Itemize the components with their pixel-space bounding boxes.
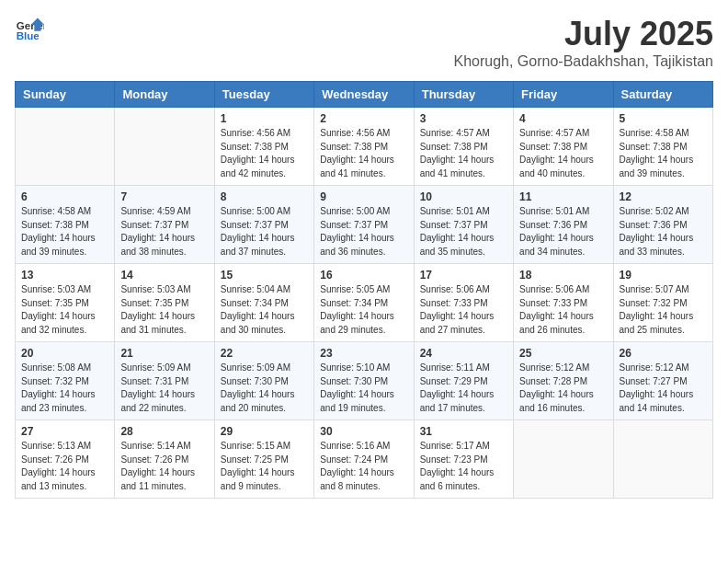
day-number: 3 [420, 112, 507, 125]
day-number: 5 [620, 112, 707, 125]
day-number: 11 [519, 190, 607, 203]
calendar-cell: 7Sunrise: 4:59 AM Sunset: 7:37 PM Daylig… [115, 186, 214, 264]
day-info: Sunrise: 5:05 AM Sunset: 7:34 PM Dayligh… [320, 283, 407, 337]
calendar-cell: 18Sunrise: 5:06 AM Sunset: 7:33 PM Dayli… [514, 264, 613, 342]
day-info: Sunrise: 5:12 AM Sunset: 7:28 PM Dayligh… [519, 362, 607, 415]
calendar-cell: 15Sunrise: 5:04 AM Sunset: 7:34 PM Dayli… [214, 264, 313, 342]
calendar-cell: 30Sunrise: 5:16 AM Sunset: 7:24 PM Dayli… [314, 420, 414, 499]
day-info: Sunrise: 5:15 AM Sunset: 7:25 PM Dayligh… [221, 440, 308, 493]
day-number: 24 [420, 347, 507, 360]
weekday-header-row: SundayMondayTuesdayWednesdayThursdayFrid… [16, 82, 713, 108]
day-info: Sunrise: 5:08 AM Sunset: 7:32 PM Dayligh… [21, 362, 108, 415]
day-info: Sunrise: 5:01 AM Sunset: 7:36 PM Dayligh… [519, 205, 607, 259]
day-info: Sunrise: 4:57 AM Sunset: 7:38 PM Dayligh… [519, 127, 607, 180]
calendar-cell: 5Sunrise: 4:58 AM Sunset: 7:38 PM Daylig… [613, 108, 712, 186]
day-info: Sunrise: 5:04 AM Sunset: 7:34 PM Dayligh… [221, 283, 308, 337]
day-info: Sunrise: 5:14 AM Sunset: 7:26 PM Dayligh… [120, 440, 208, 493]
calendar-cell [514, 420, 613, 499]
calendar-cell: 10Sunrise: 5:01 AM Sunset: 7:37 PM Dayli… [414, 186, 513, 264]
day-info: Sunrise: 4:58 AM Sunset: 7:38 PM Dayligh… [21, 205, 108, 259]
weekday-header-thursday: Thursday [414, 82, 513, 108]
calendar-cell: 20Sunrise: 5:08 AM Sunset: 7:32 PM Dayli… [16, 342, 115, 420]
day-info: Sunrise: 5:13 AM Sunset: 7:26 PM Dayligh… [21, 440, 108, 493]
day-info: Sunrise: 4:57 AM Sunset: 7:38 PM Dayligh… [420, 127, 507, 180]
calendar-cell: 22Sunrise: 5:09 AM Sunset: 7:30 PM Dayli… [214, 342, 313, 420]
day-number: 8 [221, 190, 308, 203]
calendar-cell: 11Sunrise: 5:01 AM Sunset: 7:36 PM Dayli… [514, 186, 613, 264]
day-info: Sunrise: 5:00 AM Sunset: 7:37 PM Dayligh… [221, 205, 308, 259]
day-info: Sunrise: 4:58 AM Sunset: 7:38 PM Dayligh… [620, 127, 707, 180]
calendar-cell [16, 108, 115, 186]
calendar-table: SundayMondayTuesdayWednesdayThursdayFrid… [15, 81, 713, 499]
day-info: Sunrise: 5:02 AM Sunset: 7:36 PM Dayligh… [620, 205, 707, 259]
day-number: 1 [221, 112, 308, 125]
calendar-week-row: 20Sunrise: 5:08 AM Sunset: 7:32 PM Dayli… [16, 342, 713, 420]
day-number: 31 [420, 425, 507, 438]
calendar-cell: 19Sunrise: 5:07 AM Sunset: 7:32 PM Dayli… [613, 264, 712, 342]
day-info: Sunrise: 5:10 AM Sunset: 7:30 PM Dayligh… [320, 362, 407, 415]
day-number: 10 [420, 190, 507, 203]
calendar-cell: 31Sunrise: 5:17 AM Sunset: 7:23 PM Dayli… [414, 420, 513, 499]
day-number: 2 [320, 112, 407, 125]
day-number: 7 [120, 190, 208, 203]
calendar-cell: 3Sunrise: 4:57 AM Sunset: 7:38 PM Daylig… [414, 108, 513, 186]
day-number: 25 [519, 347, 607, 360]
day-number: 18 [519, 269, 607, 282]
day-number: 28 [120, 425, 208, 438]
day-number: 27 [21, 425, 108, 438]
calendar-cell: 1Sunrise: 4:56 AM Sunset: 7:38 PM Daylig… [214, 108, 313, 186]
day-info: Sunrise: 5:03 AM Sunset: 7:35 PM Dayligh… [120, 283, 208, 337]
page-header: General Blue July 2025 Khorugh, Gorno-Ba… [15, 15, 713, 70]
calendar-cell: 4Sunrise: 4:57 AM Sunset: 7:38 PM Daylig… [514, 108, 613, 186]
day-info: Sunrise: 5:11 AM Sunset: 7:29 PM Dayligh… [420, 362, 507, 415]
calendar-cell: 9Sunrise: 5:00 AM Sunset: 7:37 PM Daylig… [314, 186, 414, 264]
day-info: Sunrise: 5:09 AM Sunset: 7:30 PM Dayligh… [221, 362, 308, 415]
day-number: 30 [320, 425, 407, 438]
day-number: 20 [21, 347, 108, 360]
day-info: Sunrise: 5:16 AM Sunset: 7:24 PM Dayligh… [320, 440, 407, 493]
weekday-header-wednesday: Wednesday [314, 82, 414, 108]
weekday-header-friday: Friday [514, 82, 613, 108]
location-subtitle: Khorugh, Gorno-Badakhshan, Tajikistan [453, 53, 713, 70]
calendar-cell [115, 108, 214, 186]
day-number: 26 [620, 347, 707, 360]
day-number: 14 [120, 269, 208, 282]
day-info: Sunrise: 4:56 AM Sunset: 7:38 PM Dayligh… [221, 127, 308, 180]
day-info: Sunrise: 5:01 AM Sunset: 7:37 PM Dayligh… [420, 205, 507, 259]
weekday-header-monday: Monday [115, 82, 214, 108]
day-number: 29 [221, 425, 308, 438]
day-info: Sunrise: 5:17 AM Sunset: 7:23 PM Dayligh… [420, 440, 507, 493]
day-number: 12 [620, 190, 707, 203]
calendar-cell: 28Sunrise: 5:14 AM Sunset: 7:26 PM Dayli… [115, 420, 214, 499]
logo: General Blue [15, 15, 44, 44]
day-number: 15 [221, 269, 308, 282]
calendar-week-row: 27Sunrise: 5:13 AM Sunset: 7:26 PM Dayli… [16, 420, 713, 499]
day-info: Sunrise: 4:56 AM Sunset: 7:38 PM Dayligh… [320, 127, 407, 180]
calendar-cell: 17Sunrise: 5:06 AM Sunset: 7:33 PM Dayli… [414, 264, 513, 342]
calendar-cell: 25Sunrise: 5:12 AM Sunset: 7:28 PM Dayli… [514, 342, 613, 420]
calendar-cell: 14Sunrise: 5:03 AM Sunset: 7:35 PM Dayli… [115, 264, 214, 342]
calendar-cell: 8Sunrise: 5:00 AM Sunset: 7:37 PM Daylig… [214, 186, 313, 264]
day-info: Sunrise: 5:07 AM Sunset: 7:32 PM Dayligh… [620, 283, 707, 337]
calendar-week-row: 13Sunrise: 5:03 AM Sunset: 7:35 PM Dayli… [16, 264, 713, 342]
calendar-week-row: 1Sunrise: 4:56 AM Sunset: 7:38 PM Daylig… [16, 108, 713, 186]
weekday-header-saturday: Saturday [613, 82, 712, 108]
calendar-cell: 21Sunrise: 5:09 AM Sunset: 7:31 PM Dayli… [115, 342, 214, 420]
calendar-cell: 13Sunrise: 5:03 AM Sunset: 7:35 PM Dayli… [16, 264, 115, 342]
calendar-cell: 27Sunrise: 5:13 AM Sunset: 7:26 PM Dayli… [16, 420, 115, 499]
svg-text:Blue: Blue [17, 30, 40, 41]
calendar-cell: 26Sunrise: 5:12 AM Sunset: 7:27 PM Dayli… [613, 342, 712, 420]
day-info: Sunrise: 5:12 AM Sunset: 7:27 PM Dayligh… [620, 362, 707, 415]
day-number: 23 [320, 347, 407, 360]
day-info: Sunrise: 5:06 AM Sunset: 7:33 PM Dayligh… [420, 283, 507, 337]
day-info: Sunrise: 5:00 AM Sunset: 7:37 PM Dayligh… [320, 205, 407, 259]
calendar-cell: 12Sunrise: 5:02 AM Sunset: 7:36 PM Dayli… [613, 186, 712, 264]
calendar-cell: 6Sunrise: 4:58 AM Sunset: 7:38 PM Daylig… [16, 186, 115, 264]
day-number: 9 [320, 190, 407, 203]
day-info: Sunrise: 5:03 AM Sunset: 7:35 PM Dayligh… [21, 283, 108, 337]
weekday-header-tuesday: Tuesday [214, 82, 313, 108]
day-info: Sunrise: 5:06 AM Sunset: 7:33 PM Dayligh… [519, 283, 607, 337]
day-number: 16 [320, 269, 407, 282]
day-info: Sunrise: 5:09 AM Sunset: 7:31 PM Dayligh… [120, 362, 208, 415]
title-block: July 2025 Khorugh, Gorno-Badakhshan, Taj… [453, 15, 713, 70]
